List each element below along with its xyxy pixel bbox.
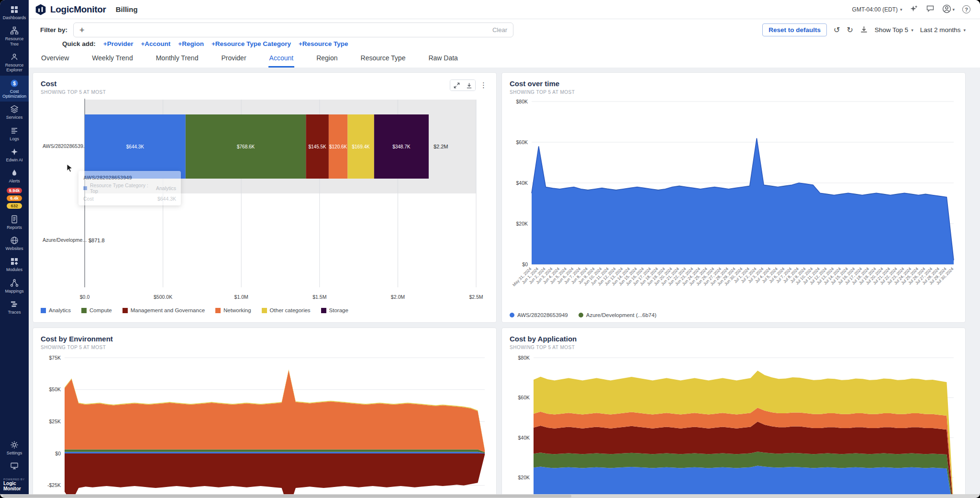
svg-text:$644.3K: $644.3K (126, 144, 145, 149)
sidebar-item-edwin-ai[interactable]: Edwin AI (0, 144, 29, 165)
legend-swatch (81, 308, 87, 313)
sidebar-item-alerts[interactable]: Alerts (0, 165, 29, 186)
quick-add-resource-type-category[interactable]: +Resource Type Category (212, 40, 291, 47)
sidebar-item-settings[interactable]: Settings (6, 437, 23, 458)
tab-overview[interactable]: Overview (40, 53, 70, 68)
sidebar-item-services[interactable]: Services (0, 102, 29, 123)
sidebar-item-websites[interactable]: Websites (0, 233, 29, 254)
download-icon (466, 82, 472, 89)
sidebar-item-label: Websites (6, 246, 23, 251)
legend-swatch (510, 313, 514, 317)
sidebar-item-resource-tree[interactable]: Resource Tree (0, 23, 29, 49)
kebab-menu-icon[interactable]: ⋮ (479, 81, 489, 90)
modules-icon (10, 257, 19, 266)
legend-item-analytics[interactable]: Analytics (41, 307, 71, 313)
download-chart-button[interactable] (463, 80, 475, 91)
services-icon (10, 105, 19, 113)
filter-input[interactable]: + Clear (73, 23, 513, 37)
sidebar-item-dashboards[interactable]: Dashboards (0, 2, 29, 23)
help-button[interactable]: ? (962, 5, 970, 13)
edwin-ai-icon (10, 147, 19, 156)
legend-swatch (122, 308, 128, 313)
scrollbar-thumb[interactable] (3, 495, 571, 498)
sidebar-item-label: Alerts (9, 179, 20, 183)
legend-item-management-and-governance[interactable]: Management and Governance (122, 307, 205, 313)
quick-add-resource-type[interactable]: +Resource Type (299, 40, 348, 47)
svg-text:$871.8: $871.8 (89, 238, 105, 243)
critical-alerts-badge[interactable]: 9.94k (7, 188, 22, 193)
help-icon: ? (962, 5, 970, 13)
quick-add-account[interactable]: +Account (141, 40, 170, 47)
sidebar: Dashboards Resource Tree Resource Explor… (0, 0, 29, 498)
sidebar-item-mappings[interactable]: Mappings (0, 275, 29, 296)
time-range-dropdown[interactable]: Last 2 months ▾ (920, 26, 966, 34)
add-filter-button[interactable]: + (79, 26, 85, 34)
sidebar-item-cost-optimization[interactable]: $ Cost Optimization (0, 76, 29, 102)
horizontal-scrollbar[interactable] (0, 494, 980, 498)
svg-text:$1.0M: $1.0M (234, 294, 248, 300)
timezone-label: GMT-04:00 (EDT) (852, 6, 898, 13)
tab-resource-type[interactable]: Resource Type (360, 53, 407, 68)
download-icon[interactable] (860, 25, 868, 35)
sidebar-item-reports[interactable]: Reports (0, 212, 29, 233)
cost-by-environment-chart[interactable]: $75K$50K$25K$0-$25K (41, 353, 490, 498)
brand-line: Logic (3, 481, 25, 486)
svg-text:$40K: $40K (518, 435, 530, 441)
cost-by-environment-card: Cost by Environment SHOWING TOP 5 AT MOS… (33, 328, 497, 498)
svg-text:$500.0K: $500.0K (154, 294, 172, 300)
tab-region[interactable]: Region (315, 53, 338, 68)
sidebar-item-console[interactable] (9, 458, 20, 473)
chat-bubble-icon (926, 4, 935, 14)
redo-icon[interactable]: ↻ (846, 26, 853, 34)
expand-icon (454, 82, 460, 89)
legend-item-aws-account[interactable]: AWS/282028653949 (510, 312, 568, 318)
feedback-button[interactable] (926, 4, 935, 14)
tab-provider[interactable]: Provider (220, 53, 247, 68)
tooltip-row-label: Resource Type Category : Top (90, 182, 153, 194)
expand-chart-button[interactable] (450, 80, 463, 91)
tooltip-row-label: Cost (83, 196, 94, 202)
tab-account[interactable]: Account (268, 53, 295, 68)
legend-swatch (215, 308, 221, 313)
timezone-selector[interactable]: GMT-04:00 (EDT) ▾ (852, 6, 902, 13)
ai-assistant-button[interactable] (910, 4, 918, 14)
powered-by-logo: POWERED BY Logic Monitor (0, 478, 25, 491)
dashboards-icon (10, 5, 19, 14)
sidebar-item-resource-explorer[interactable]: Resource Explorer (0, 49, 29, 76)
sidebar-item-modules[interactable]: Modules (0, 254, 29, 275)
tooltip-row: Cost $644.3K (83, 196, 176, 202)
svg-text:$40K: $40K (516, 180, 528, 186)
dashboard-grid: Cost SHOWING TOP 5 AT MOST ⋮ $0.0$500.0K… (29, 68, 980, 498)
card-subtitle: SHOWING TOP 5 AT MOST (510, 345, 577, 350)
sparkle-icon (910, 4, 918, 14)
quick-add-provider[interactable]: +Provider (103, 40, 134, 47)
tab-monthly-trend[interactable]: Monthly Trend (155, 53, 200, 68)
warning-alerts-badge[interactable]: 632 (7, 203, 22, 209)
sidebar-item-traces[interactable]: Traces (0, 296, 29, 317)
svg-text:$75K: $75K (49, 355, 61, 361)
cost-over-time-chart[interactable]: $0$20K$40K$60K$80KMay 31, 2024Jun 1, 202… (510, 98, 958, 308)
undo-icon[interactable]: ↺ (834, 26, 840, 34)
reset-to-defaults-button[interactable]: Reset to defaults (762, 23, 827, 36)
legend-item-networking[interactable]: Networking (215, 307, 251, 313)
svg-text:$0: $0 (55, 451, 61, 456)
error-alerts-badge[interactable]: 6.4k (7, 195, 22, 201)
legend-item-azure-account[interactable]: Azure/Development (...6b74) (579, 312, 657, 318)
tooltip-title: AWS/282028653949 (83, 175, 176, 181)
svg-text:$50K: $50K (49, 386, 61, 392)
sidebar-item-logs[interactable]: Logs (0, 123, 29, 144)
account-menu-button[interactable]: ▾ (942, 4, 955, 15)
cost-by-application-chart[interactable]: $80K$60K$40K$20K (510, 353, 958, 498)
topbar: LogicMonitor Billing GMT-04:00 (EDT) ▾ ▾… (29, 0, 980, 19)
tab-weekly-trend[interactable]: Weekly Trend (91, 53, 134, 68)
tab-raw-data[interactable]: Raw Data (427, 53, 458, 68)
legend-item-storage[interactable]: Storage (321, 307, 348, 313)
legend-label: Management and Governance (131, 307, 205, 313)
clear-filters-button[interactable]: Clear (492, 26, 507, 34)
legend-swatch (262, 308, 267, 313)
legend-item-compute[interactable]: Compute (81, 307, 112, 313)
quick-add-region[interactable]: +Region (178, 40, 204, 47)
legend-item-other-categories[interactable]: Other categories (262, 307, 311, 313)
show-top-dropdown[interactable]: Show Top 5 ▾ (875, 26, 913, 34)
quick-add-label: Quick add: (62, 40, 96, 47)
